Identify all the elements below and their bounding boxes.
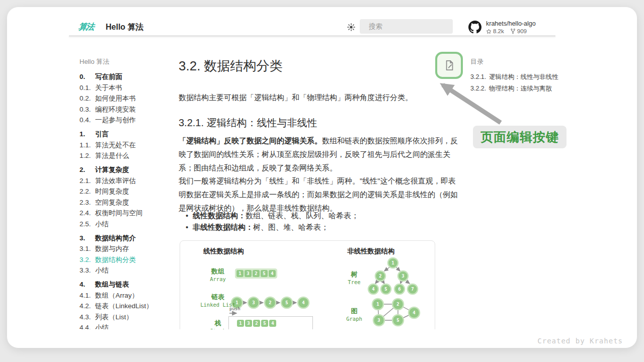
svg-text:2: 2 (396, 302, 399, 307)
sidebar-item-number: 4.1. (79, 292, 95, 299)
sidebar-item[interactable]: 3.2. 数据结构分类 (79, 256, 178, 263)
fork-count: 909 (517, 28, 527, 34)
svg-text:5: 5 (285, 300, 288, 305)
page-edit-button[interactable] (435, 52, 463, 79)
sidebar-item[interactable]: 3.3. 小结 (79, 267, 178, 274)
sidebar-item[interactable]: 1. 引言 (79, 131, 178, 138)
star-count: 8.2k (493, 28, 504, 34)
sidebar-item-number: 3.2. (79, 256, 95, 263)
tree-label: 树 (339, 270, 369, 279)
paragraph-logic: 「逻辑结构」反映了数据之间的逻辑关系。数组和链表的数据按照顺序依次排列，反映了数… (179, 134, 461, 174)
array-cells: 13254 (235, 268, 277, 279)
sidebar-item[interactable]: 1.1. 算法无处不在 (79, 142, 178, 149)
sidebar-item-label: 算法效率评估 (95, 177, 136, 185)
page-title: 3.2. 数据结构分类 (179, 57, 283, 75)
array-cell: 1 (236, 270, 244, 277)
svg-text:5: 5 (384, 287, 387, 292)
sidebar-title: Hello 算法 (79, 57, 178, 66)
fork-icon (510, 28, 516, 34)
repo-stats: 8.2k 909 (486, 28, 536, 34)
sidebar-item-label: 列表（List） (95, 314, 133, 321)
site-title[interactable]: Hello 算法 (106, 22, 144, 33)
annotation-label: 页面编辑按键 (473, 126, 567, 148)
sidebar-item[interactable]: 2.4. 权衡时间与空间 (79, 210, 178, 217)
theme-toggle-button[interactable] (346, 22, 356, 32)
sidebar-item-label: 数组与链表 (95, 281, 129, 288)
svg-text:1: 1 (391, 260, 394, 265)
sidebar-item[interactable]: 2.3. 空间复杂度 (79, 199, 178, 206)
sidebar-item-label: 引言 (95, 131, 109, 138)
edit-page-icon (443, 59, 456, 72)
paragraph-logic-lead: 「逻辑结构」反映了数据之间的逻辑关系。 (179, 136, 322, 145)
svg-text:1: 1 (376, 302, 379, 307)
site-screenshot: 算法 Hello 算法 (7, 7, 637, 329)
svg-text:5: 5 (396, 318, 399, 323)
stack-container: 13254 (228, 316, 313, 329)
graph-label: 图 (339, 307, 369, 316)
array-cell: 4 (269, 270, 276, 277)
sidebar-item-number: 3. (79, 235, 95, 242)
array-cell: 3 (245, 270, 252, 277)
star-icon (486, 29, 492, 34)
sidebar-item-number: 3.1. (79, 245, 95, 252)
sidebar-item[interactable]: 4. 数组与链表 (79, 281, 178, 288)
bullet-nonlinear-rest: 树、图、堆、哈希表； (253, 223, 329, 231)
svg-text:4: 4 (372, 287, 375, 292)
sidebar-item-label: 数组（Array） (95, 292, 138, 299)
figure-right-title: 非线性数据结构 (347, 247, 395, 256)
bullet-dot: • (186, 210, 193, 221)
sidebar-item[interactable]: 0.3. 编程环境安装 (79, 106, 178, 113)
section-title: 3.2.1. 逻辑结构：线性与非线性 (179, 116, 317, 130)
sidebar-item[interactable]: 2.2. 时间复杂度 (79, 188, 178, 195)
stack-cell: 4 (269, 320, 276, 327)
sidebar-item[interactable]: 1.2. 算法是什么 (79, 152, 178, 159)
sidebar-item[interactable]: 3. 数据结构简介 (79, 235, 178, 242)
sidebar-item-label: 关于本书 (95, 84, 122, 92)
array-sublabel: Array (200, 276, 235, 282)
github-repo-link[interactable]: krahets/hello-algo 8.2k 909 (468, 20, 536, 34)
svg-text:3: 3 (401, 274, 404, 279)
sidebar-item[interactable]: 4.3. 列表（List） (79, 314, 178, 321)
sidebar-item-label: 一起参与创作 (95, 117, 136, 124)
array-cell: 5 (261, 270, 268, 277)
bullet-linear: • 线性数据结构：数组、链表、栈、队列、哈希表； (186, 210, 461, 221)
svg-text:7: 7 (411, 287, 414, 292)
hello-algo-logo[interactable]: 算法 (78, 20, 103, 33)
sidebar-item-label: 算法无处不在 (95, 142, 136, 149)
sidebar-item[interactable]: 0.2. 如何使用本书 (79, 95, 178, 102)
sun-icon (346, 22, 356, 32)
sidebar-item[interactable]: 0.1. 关于本书 (79, 84, 178, 92)
svg-text:2: 2 (379, 274, 381, 279)
search-box[interactable] (360, 19, 453, 34)
search-input[interactable] (369, 23, 458, 30)
github-icon (468, 21, 481, 34)
sidebar-item-number: 2.2. (79, 188, 95, 195)
bullet-nonlinear: • 非线性数据结构：树、图、堆、哈希表； (186, 222, 461, 233)
sidebar-item-label: 小结 (95, 324, 109, 329)
sidebar-item[interactable]: 4.1. 数组（Array） (79, 292, 178, 299)
sidebar-item[interactable]: 3.1. 数据与内存 (79, 245, 178, 252)
sidebar-item-number: 4.4. (79, 324, 95, 329)
sidebar-item[interactable]: 0. 写在前面 (79, 73, 178, 80)
sidebar-item-number: 2.3. (79, 199, 95, 206)
sidebar-item[interactable]: 0.4. 一起参与创作 (79, 117, 178, 124)
sidebar-item-label: 链表（LinkedList） (95, 303, 153, 310)
sidebar-item[interactable]: 2. 计算复杂度 (79, 166, 178, 173)
sidebar-item-label: 计算复杂度 (95, 166, 129, 173)
data-structure-figure: 1 3 2 5 4 (180, 240, 435, 329)
sidebar-item-label: 时间复杂度 (95, 188, 129, 195)
sidebar-item-number: 1. (79, 131, 95, 138)
sidebar-item-label: 如何使用本书 (95, 95, 136, 102)
linked-list-label: 链表 (200, 293, 235, 302)
sidebar-item-number: 0.2. (79, 95, 95, 102)
sidebar-item[interactable]: 4.4. 小结 (79, 324, 178, 329)
page-card: 算法 Hello 算法 (7, 7, 637, 348)
sidebar-item-label: 算法是什么 (95, 152, 129, 159)
sidebar-item[interactable]: 2.1. 算法效率评估 (79, 177, 178, 185)
sidebar-item[interactable]: 4.2. 链表（LinkedList） (79, 303, 178, 310)
sidebar-item-label: 写在前面 (95, 73, 122, 80)
svg-text:3: 3 (377, 318, 380, 323)
sidebar-item[interactable]: 2.5. 小结 (79, 221, 178, 228)
tree-sublabel: Tree (339, 279, 369, 285)
stack-cell: 5 (261, 320, 268, 327)
